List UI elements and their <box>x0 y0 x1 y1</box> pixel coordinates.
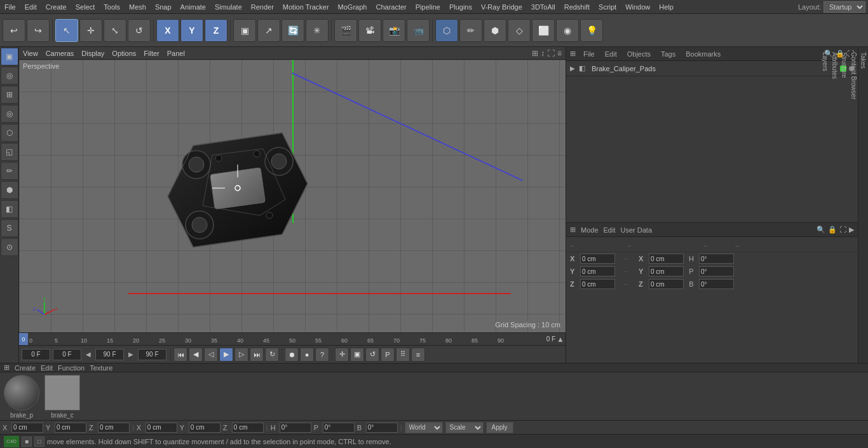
render-viewer[interactable]: 📹 <box>407 19 430 42</box>
sidebar-tool10[interactable]: S <box>1 219 18 237</box>
sidebar-poly[interactable]: ⬡ <box>1 124 18 142</box>
lights[interactable]: 💡 <box>580 19 603 42</box>
vp-corner-btn2[interactable]: ↕ <box>541 49 545 58</box>
record[interactable]: ⏺ <box>285 348 299 362</box>
mat-tab-function[interactable]: Function <box>58 364 85 372</box>
coord-y-pos[interactable] <box>580 266 615 276</box>
playback-end-frame2[interactable] <box>138 349 166 360</box>
environment[interactable]: ⬜ <box>532 19 555 42</box>
menu-render[interactable]: Render <box>247 2 278 12</box>
redo-button[interactable]: ↪ <box>27 19 50 42</box>
attr-tab-mode[interactable]: Mode <box>581 226 599 234</box>
timeline-expand[interactable]: ▲ <box>557 335 564 344</box>
coord-h-val[interactable] <box>699 254 734 264</box>
panel-tab-file[interactable]: File <box>581 50 597 58</box>
menu-vray[interactable]: V-Ray Bridge <box>477 2 527 12</box>
vp-menu-view[interactable]: View <box>23 50 38 57</box>
menu-3dtoall[interactable]: 3DToAll <box>527 2 560 12</box>
go-to-start[interactable]: ⏮ <box>173 348 187 362</box>
next-frame[interactable]: ▷ <box>234 348 248 362</box>
coord-bar-z2-input[interactable] <box>232 423 264 433</box>
3d-viewport[interactable]: Perspective <box>19 60 566 332</box>
menu-simulate[interactable]: Simulate <box>210 2 247 12</box>
vp-menu-panel[interactable]: Panel <box>167 50 185 57</box>
vp-menu-display[interactable]: Display <box>81 50 104 57</box>
motion-mode3[interactable]: ↺ <box>365 348 379 362</box>
menu-tools[interactable]: Tools <box>99 2 125 12</box>
coord-x-val2[interactable] <box>649 254 684 264</box>
vp-menu-options[interactable]: Options <box>112 50 136 57</box>
panel-tab-bookmarks[interactable]: Bookmarks <box>683 50 723 58</box>
mat-tab-edit[interactable]: Edit <box>41 364 53 372</box>
mat-tab-create[interactable]: Create <box>15 364 36 372</box>
status-icon-3[interactable]: □ <box>34 437 44 447</box>
sidebar-rotate[interactable]: ◎ <box>1 105 18 123</box>
y-axis[interactable]: Y <box>180 19 203 42</box>
sidebar-sel[interactable]: ◱ <box>1 143 18 161</box>
menu-redshift[interactable]: Redshift <box>560 2 594 12</box>
attr-tab-userdata[interactable]: User Data <box>621 226 653 234</box>
mat-tab-texture[interactable]: Texture <box>90 364 112 372</box>
move-tool[interactable]: ✛ <box>79 19 102 42</box>
material-item-1[interactable]: brake_p <box>4 375 39 419</box>
menu-plugins[interactable]: Plugins <box>445 2 477 12</box>
scale-tool[interactable]: ⤡ <box>104 19 126 42</box>
key-all[interactable]: ? <box>315 348 329 362</box>
world-dropdown[interactable]: World Object <box>405 422 443 433</box>
menu-motion-tracker[interactable]: Motion Tracker <box>278 2 334 12</box>
coord-bar-h-input[interactable] <box>280 423 311 433</box>
tool-arrow[interactable]: ↗ <box>257 19 280 42</box>
coord-bar-x-input[interactable] <box>11 423 43 433</box>
menu-character[interactable]: Character <box>371 2 410 12</box>
menu-pipeline[interactable]: Pipeline <box>411 2 445 12</box>
material-item-2[interactable]: brake_c <box>44 375 80 419</box>
cameras[interactable]: ◉ <box>556 19 579 42</box>
menu-edit[interactable]: Edit <box>20 2 41 12</box>
tool-star[interactable]: ✳ <box>306 19 329 42</box>
deformers[interactable]: ◇ <box>508 19 531 42</box>
menu-animate[interactable]: Animate <box>176 2 210 12</box>
panel-tab-objects[interactable]: Objects <box>625 50 653 58</box>
menu-help[interactable]: Help <box>654 2 678 12</box>
motion-mode4[interactable]: P <box>381 348 395 362</box>
vp-corner-btn1[interactable]: ⊞ <box>532 49 538 58</box>
vp-menu-cameras[interactable]: Cameras <box>46 50 74 57</box>
menu-snap[interactable]: Snap <box>151 2 176 12</box>
sidebar-model-mode[interactable]: ▣ <box>1 48 18 65</box>
tab-attributes[interactable]: Attributes <box>830 47 839 363</box>
apply-button[interactable]: Apply <box>486 422 513 433</box>
tab-structure[interactable]: Structure <box>839 47 849 363</box>
menu-create[interactable]: Create <box>41 2 71 12</box>
render-multi[interactable]: 📽 <box>358 19 381 42</box>
playback-current-frame[interactable] <box>53 349 81 360</box>
generators[interactable]: ⬢ <box>484 19 506 42</box>
primitives[interactable]: ⬡ <box>435 19 458 42</box>
coord-bar-x2-input[interactable] <box>146 423 177 433</box>
splines[interactable]: ✏ <box>459 19 482 42</box>
vp-corner-btn3[interactable]: ⛶ <box>547 49 555 58</box>
motion-mode2[interactable]: ▣ <box>350 348 364 362</box>
vp-corner-btn4[interactable]: ≡ <box>557 49 562 58</box>
vp-menu-filter[interactable]: Filter <box>144 50 159 57</box>
attr-tab-edit[interactable]: Edit <box>604 226 616 234</box>
menu-window[interactable]: Window <box>621 2 654 12</box>
coord-bar-b-input[interactable] <box>366 423 398 433</box>
scale-dropdown[interactable]: Scale <box>445 422 484 433</box>
tab-takes[interactable]: Takes <box>858 47 868 363</box>
play-forward[interactable]: ▶ <box>219 348 233 362</box>
coord-bar-z-input[interactable] <box>98 423 130 433</box>
object-mode[interactable]: ▣ <box>233 19 256 42</box>
coord-y-val2[interactable] <box>649 266 684 276</box>
panel-tab-edit[interactable]: Edit <box>602 50 620 58</box>
coord-z-val2[interactable] <box>649 279 684 289</box>
coord-z-pos[interactable] <box>580 279 615 289</box>
menu-file[interactable]: File <box>0 2 20 12</box>
status-icon-2[interactable]: ■ <box>22 437 32 447</box>
playback-start-frame[interactable]: 0 F <box>22 349 50 360</box>
panel-tab-tags[interactable]: Tags <box>658 50 678 58</box>
sidebar-paint[interactable]: ✏ <box>1 162 18 180</box>
loop-mode[interactable]: ↻ <box>265 348 279 362</box>
render-pic[interactable]: 📸 <box>383 19 405 42</box>
go-to-end[interactable]: ⏭ <box>250 348 264 362</box>
coord-b-val[interactable] <box>699 279 734 289</box>
